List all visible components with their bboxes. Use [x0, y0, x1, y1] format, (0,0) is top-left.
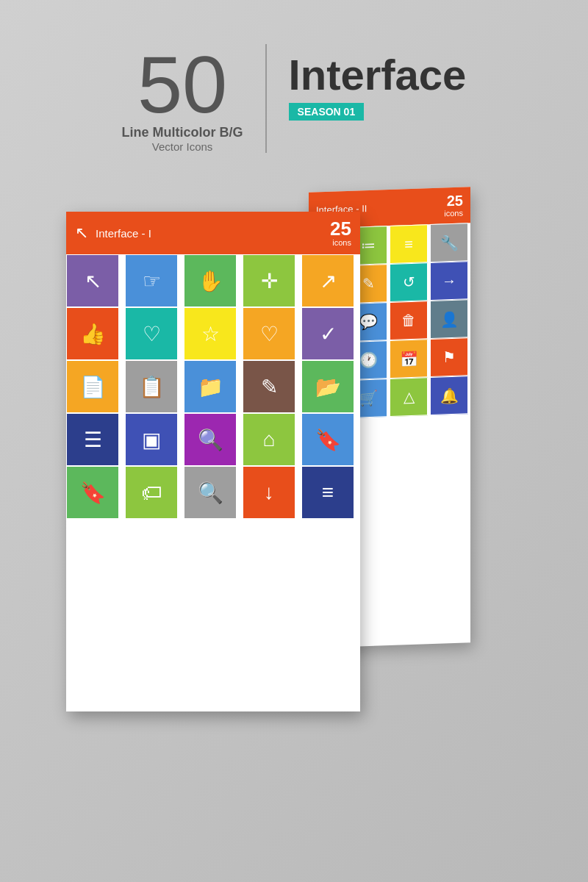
front-icon-cell: ≡: [301, 466, 354, 519]
front-icon-cell: 🔍: [184, 413, 237, 466]
header-right: Interface SEASON 01: [267, 44, 467, 121]
front-icon-cell: 📋: [125, 360, 178, 413]
card-front-header-left: ↖ Interface - I: [75, 223, 151, 243]
header-section: 50 Line Multicolor B/G Vector Icons Inte…: [122, 44, 467, 153]
front-icon-cell: ⌂: [243, 413, 295, 466]
cursor-icon: ↖: [75, 223, 88, 243]
card-front-title: Interface - I: [96, 227, 151, 240]
front-icon-grid: ↖☞✋✛↗👍♡☆♡✓📄📋📁✎📂☰▣🔍⌂🔖🔖🏷🔍↓≡: [66, 254, 360, 519]
side-icon-cell: 🔔: [430, 376, 468, 415]
side-icon-cell: →: [430, 261, 468, 301]
card-side-count-label: icons: [444, 209, 463, 218]
front-icon-cell: ↖: [66, 254, 119, 307]
header-subtitle2: Vector Icons: [152, 140, 213, 153]
side-icon-cell: 🔧: [430, 223, 468, 262]
front-icon-cell: ☆: [184, 307, 237, 360]
front-icon-cell: 📄: [66, 360, 119, 413]
front-icon-cell: ♡: [243, 307, 295, 360]
front-icon-cell: ✛: [243, 254, 295, 307]
side-icon-cell: △: [390, 377, 428, 417]
header-title: Interface: [289, 51, 467, 98]
book-container: ↖ Interface - I 25 icons ↖☞✋✛↗👍♡☆♡✓📄📋📁✎📂…: [66, 190, 522, 719]
side-icon-cell: 👤: [430, 299, 468, 339]
front-icon-cell: 🔖: [301, 413, 354, 466]
front-icon-cell: ☞: [125, 254, 178, 307]
front-icon-cell: 📁: [184, 360, 237, 413]
side-icon-cell: ⚑: [430, 337, 468, 377]
front-icon-cell: 📂: [301, 360, 354, 413]
header-subtitle1: Line Multicolor B/G: [122, 125, 243, 140]
side-icon-cell: 🗑: [390, 301, 428, 340]
card-front-count: 25 icons: [330, 219, 351, 247]
header-left: 50 Line Multicolor B/G Vector Icons: [122, 44, 267, 153]
front-icon-cell: 🔖: [66, 466, 119, 519]
front-icon-cell: 👍: [66, 307, 119, 360]
front-icon-cell: ☰: [66, 413, 119, 466]
front-icon-cell: ↗: [301, 254, 354, 307]
front-icon-cell: ↓: [243, 466, 295, 519]
side-icon-cell: 📅: [390, 339, 428, 379]
side-icon-cell: ≡: [390, 224, 428, 264]
icon-count-number: 50: [137, 44, 227, 125]
card-front-header: ↖ Interface - I 25 icons: [66, 212, 360, 254]
front-icon-cell: 🏷: [125, 466, 178, 519]
front-icon-cell: ✋: [184, 254, 237, 307]
card-front: ↖ Interface - I 25 icons ↖☞✋✛↗👍♡☆♡✓📄📋📁✎📂…: [66, 212, 360, 711]
front-icon-cell: ▣: [125, 413, 178, 466]
card-front-count-label: icons: [330, 238, 351, 247]
front-icon-cell: ✎: [243, 360, 295, 413]
side-icon-cell: ↺: [390, 262, 428, 302]
card-side-count: 25 icons: [444, 193, 463, 218]
season-badge: SEASON 01: [289, 103, 365, 121]
card-side-count-num: 25: [447, 193, 463, 209]
front-icon-cell: 🔍: [184, 466, 237, 519]
card-front-count-num: 25: [330, 218, 351, 240]
front-icon-cell: ✓: [301, 307, 354, 360]
front-icon-cell: ♡: [125, 307, 178, 360]
